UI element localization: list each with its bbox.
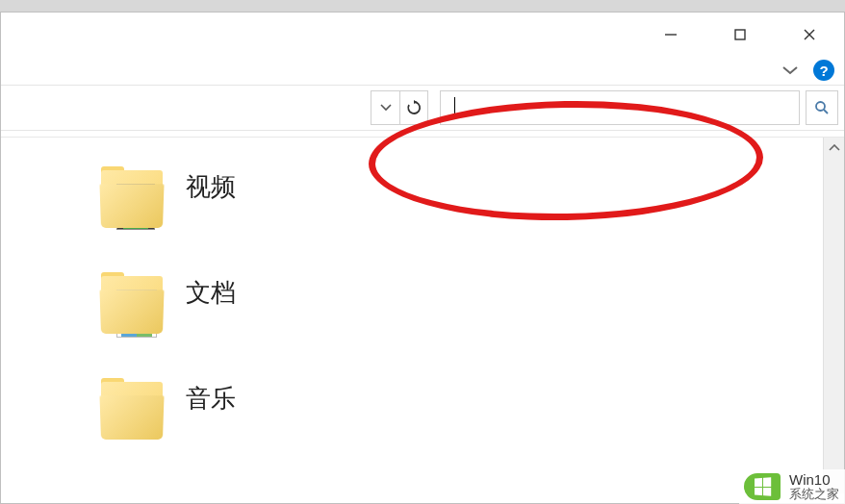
chevron-down-icon [781, 64, 799, 76]
close-button[interactable] [775, 13, 844, 56]
search-box[interactable] [440, 90, 800, 125]
watermark-logo-icon [741, 471, 783, 502]
watermark: Win10 系统之家 [739, 469, 845, 504]
folder-item-music[interactable]: ♪ 音乐 [97, 378, 823, 447]
maximize-button[interactable] [705, 13, 775, 56]
help-button[interactable]: ? [813, 60, 834, 81]
watermark-subtitle: 系统之家 [789, 488, 839, 501]
folder-icon: A [97, 272, 166, 341]
chevron-up-icon [829, 144, 840, 152]
window-controls [636, 13, 844, 56]
content-area: 视频 A 文档 [1, 138, 844, 493]
minimize-icon [664, 28, 678, 41]
svg-line-5 [824, 110, 828, 113]
watermark-title: Win10 [789, 472, 839, 489]
refresh-button[interactable] [399, 90, 428, 125]
explorer-window: ? [0, 12, 845, 504]
titlebar[interactable] [1, 13, 844, 56]
svg-point-4 [816, 102, 825, 111]
folder-icon [97, 166, 166, 236]
help-icon: ? [819, 63, 828, 79]
watermark-text: Win10 系统之家 [789, 472, 839, 502]
refresh-icon [406, 100, 422, 115]
search-button[interactable] [806, 90, 838, 125]
folder-item-documents[interactable]: A 文档 [97, 272, 823, 341]
search-icon [814, 100, 830, 115]
search-input[interactable] [448, 91, 791, 124]
text-cursor [454, 97, 455, 118]
ribbon-expand-button[interactable] [779, 59, 802, 82]
vertical-scrollbar[interactable] [823, 138, 844, 493]
ribbon-area: ? [1, 56, 844, 85]
folder-list: 视频 A 文档 [1, 138, 823, 493]
address-history-dropdown[interactable] [371, 90, 399, 125]
scroll-up-button[interactable] [824, 138, 844, 159]
folder-label: 音乐 [186, 378, 236, 416]
folder-label: 视频 [186, 166, 236, 204]
address-bar-row [1, 85, 844, 131]
folder-label: 文档 [186, 272, 236, 310]
minimize-button[interactable] [636, 13, 705, 56]
chevron-down-icon [380, 104, 392, 112]
maximize-icon [733, 28, 747, 41]
folder-icon: ♪ [97, 378, 166, 447]
folder-item-videos[interactable]: 视频 [97, 166, 823, 236]
svg-rect-1 [735, 30, 745, 39]
close-icon [803, 28, 816, 41]
